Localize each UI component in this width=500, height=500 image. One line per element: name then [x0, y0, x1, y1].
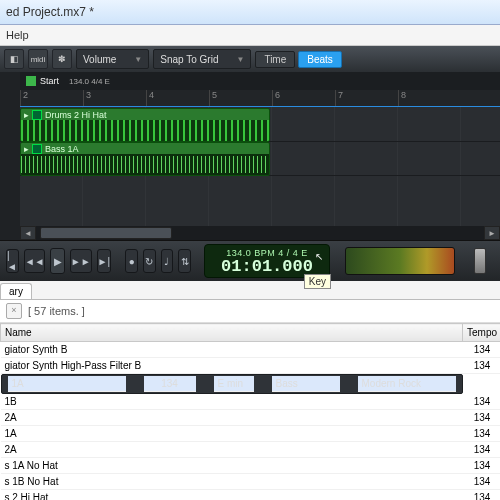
output-meter: [345, 247, 455, 275]
key-tooltip: Key: [304, 274, 331, 289]
library-table: Name Tempo Key Instrument Style giator S…: [0, 323, 500, 500]
time-toggle[interactable]: Time: [255, 51, 295, 68]
table-row[interactable]: s 2 Hi Hat134DrumsModern Rock: [1, 490, 501, 501]
ruler-tick: 4: [146, 90, 154, 106]
chevron-down-icon: ▼: [236, 55, 244, 64]
start-label: Start: [40, 76, 59, 86]
volume-label: Volume: [83, 54, 116, 65]
scroll-right-icon[interactable]: ►: [484, 226, 500, 240]
ruler-tick: 2: [20, 90, 28, 106]
clear-filter-button[interactable]: ×: [6, 303, 22, 319]
table-row[interactable]: 2A134E minBellModern Rock: [1, 442, 501, 458]
beats-toggle[interactable]: Beats: [298, 51, 342, 68]
clip-loop-icon: [32, 110, 42, 120]
mixer-button[interactable]: ⇅: [178, 249, 191, 273]
table-row[interactable]: giator Synth High-Pass Filter B134E minS…: [1, 358, 501, 374]
record-button[interactable]: ●: [125, 249, 138, 273]
cell-name: 2A: [1, 410, 463, 426]
cell-tempo: 134: [463, 490, 501, 501]
col-tempo[interactable]: Tempo: [463, 324, 501, 342]
cell-tempo: 134: [463, 358, 501, 374]
window-title: ed Project.mx7 *: [6, 5, 94, 19]
gear-icon: ✽: [58, 54, 66, 64]
cell-tempo: 134: [463, 458, 501, 474]
waveform: [21, 120, 269, 141]
clip-name: Drums 2 Hi Hat: [45, 110, 107, 120]
cell-tempo: 134: [463, 410, 501, 426]
arrangement-start-bar[interactable]: Start 134.0 4/4 E: [20, 72, 500, 90]
midi-button[interactable]: midi: [28, 49, 48, 69]
transport-bar: |◄ ◄◄ ▶ ►► ►| ● ↻ ♩ ⇅ 134.0 BPM 4 / 4 E …: [0, 241, 500, 281]
cell-name: giator Synth High-Pass Filter B: [1, 358, 463, 374]
library-tabstrip: ary: [0, 281, 500, 300]
table-row[interactable]: giator Synth B134E minSynthModern Rock: [1, 342, 501, 358]
cursor-icon: ↖: [315, 251, 323, 262]
cell-name: 1A: [8, 376, 126, 392]
clip-header: ▸ Bass 1A: [21, 143, 269, 154]
menubar: Help: [0, 25, 500, 46]
snap-label: Snap To Grid: [160, 54, 218, 65]
clip[interactable]: ▸ Drums 2 Hi Hat: [20, 108, 270, 142]
scroll-thumb[interactable]: [40, 227, 172, 239]
go-to-start-button[interactable]: |◄: [6, 249, 19, 273]
table-row[interactable]: s 1A No Hat134DrumsModern Rock: [1, 458, 501, 474]
table-row[interactable]: 2A134E minBassModern Rock: [1, 410, 501, 426]
col-name[interactable]: Name: [1, 324, 463, 342]
track-row[interactable]: ▸ Drums 2 Hi Hat: [20, 107, 500, 142]
horizontal-scrollbar[interactable]: ◄ ►: [20, 226, 500, 240]
timeline-ruler[interactable]: 2345678: [20, 90, 500, 106]
metronome-button[interactable]: ♩: [161, 249, 174, 273]
rewind-button[interactable]: ◄◄: [24, 249, 46, 273]
track-area[interactable]: ▸ Drums 2 Hi Hat ▸ Bass 1A: [20, 107, 500, 226]
ruler-tick: 5: [209, 90, 217, 106]
clip[interactable]: ▸ Bass 1A: [20, 142, 270, 176]
ruler-tick: 8: [398, 90, 406, 106]
scroll-left-icon[interactable]: ◄: [20, 226, 36, 240]
play-button[interactable]: ▶: [50, 248, 64, 274]
library-tab[interactable]: ary: [0, 283, 32, 299]
cell-tempo: 134: [463, 474, 501, 490]
library-count: [ 57 items. ]: [28, 305, 85, 317]
waveform: [21, 154, 269, 175]
library-table-wrap: Name Tempo Key Instrument Style giator S…: [0, 323, 500, 500]
cell-name: 1B: [1, 394, 463, 410]
tool-button-1[interactable]: ◧: [4, 49, 24, 69]
cell-tempo: 134: [463, 442, 501, 458]
clip-name: Bass 1A: [45, 144, 79, 154]
slider-handle[interactable]: [474, 248, 486, 274]
fast-forward-button[interactable]: ►►: [70, 249, 92, 273]
start-flag-icon: [26, 76, 36, 86]
time-beats-toggle: Time Beats: [255, 51, 341, 68]
ruler-tick: 3: [83, 90, 91, 106]
ruler-tick: 6: [272, 90, 280, 106]
library-filterbar: × [ 57 items. ]: [0, 300, 500, 323]
transport-display[interactable]: 134.0 BPM 4 / 4 E 01:01.000 ↖ Key: [204, 244, 330, 278]
settings-button[interactable]: ✽: [52, 49, 72, 69]
snap-dropdown[interactable]: Snap To Grid▼: [153, 49, 251, 69]
table-row[interactable]: 1A134E minBassModern Rock: [1, 374, 463, 394]
cell-name: s 1A No Hat: [1, 458, 463, 474]
cell-name: s 1B No Hat: [1, 474, 463, 490]
clip-header: ▸ Drums 2 Hi Hat: [21, 109, 269, 120]
toolbar: ◧ midi ✽ Volume▼ Snap To Grid▼ Time Beat…: [0, 46, 500, 72]
menu-help[interactable]: Help: [6, 29, 29, 41]
go-to-end-button[interactable]: ►|: [97, 249, 112, 273]
cell-tempo: 134: [463, 394, 501, 410]
ruler-tick: 7: [335, 90, 343, 106]
table-row[interactable]: s 1B No Hat134DrumsModern Rock: [1, 474, 501, 490]
clip-loop-icon: [32, 144, 42, 154]
table-row[interactable]: 1B134E minBassModern Rock: [1, 394, 501, 410]
table-row[interactable]: 1A134E minBellModern Rock: [1, 426, 501, 442]
track-row[interactable]: ▸ Bass 1A: [20, 141, 500, 176]
clip-expand-icon[interactable]: ▸: [24, 110, 29, 120]
clip-expand-icon[interactable]: ▸: [24, 144, 29, 154]
window-titlebar: ed Project.mx7 *: [0, 0, 500, 25]
cell-tempo: 134: [144, 376, 196, 392]
cell-inst: Bass: [272, 376, 340, 392]
master-volume-slider[interactable]: [466, 246, 494, 276]
cell-style: Modern Rock: [358, 376, 456, 392]
cell-tempo: 134: [463, 426, 501, 442]
volume-dropdown[interactable]: Volume▼: [76, 49, 149, 69]
loop-button[interactable]: ↻: [143, 249, 156, 273]
position-readout: 01:01.000: [221, 258, 313, 275]
